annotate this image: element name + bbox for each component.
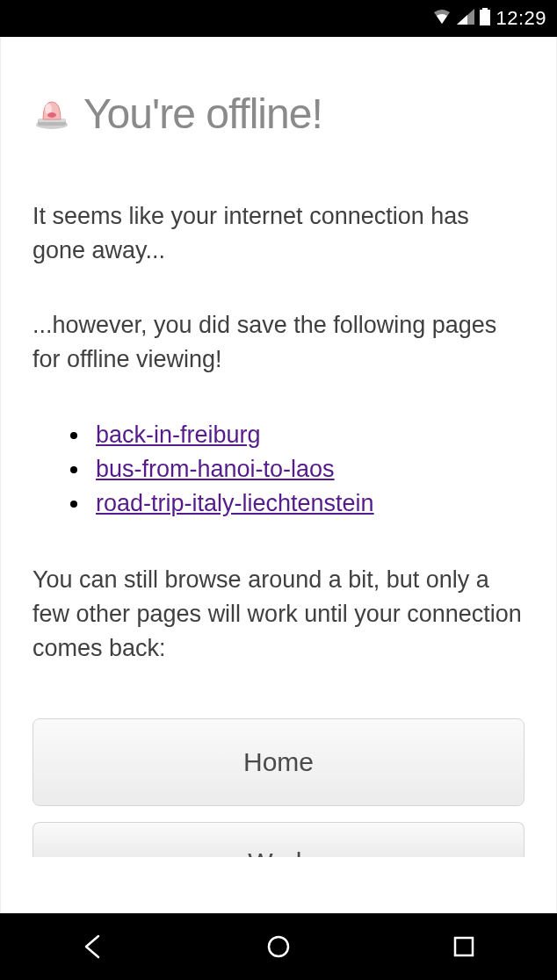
android-status-bar: 12:29 (0, 0, 557, 37)
svg-rect-8 (455, 938, 473, 955)
page-title: You're offline! (83, 90, 322, 138)
android-nav-bar (0, 913, 557, 980)
saved-pages-list: back-in-freiburg bus-from-hanoi-to-laos … (90, 418, 524, 521)
page-title-row: You're offline! (33, 90, 524, 138)
status-clock: 12:29 (496, 7, 546, 30)
intro-paragraph-3: You can still browse around a bit, but o… (33, 563, 524, 666)
work-button[interactable]: Work (33, 822, 524, 857)
wifi-icon (432, 9, 452, 28)
page-content: You're offline! It seems like your inter… (0, 37, 557, 913)
svg-point-7 (269, 937, 288, 956)
nav-back-button[interactable] (40, 925, 146, 969)
svg-rect-0 (480, 10, 490, 25)
battery-icon (480, 8, 490, 29)
home-button[interactable]: Home (33, 718, 524, 806)
list-item: bus-from-hanoi-to-laos (90, 452, 524, 486)
saved-page-link[interactable]: road-trip-italy-liechtenstein (96, 490, 374, 516)
nav-button-stack: Home Work (33, 718, 524, 857)
button-label: Home (243, 747, 314, 777)
svg-rect-1 (482, 8, 488, 10)
saved-page-link[interactable]: back-in-freiburg (96, 422, 261, 448)
nav-home-button[interactable] (226, 925, 331, 969)
device-frame: 12:29 You're offline! It seems like your… (0, 0, 557, 980)
list-item: road-trip-italy-liechtenstein (90, 486, 524, 521)
siren-icon (33, 93, 71, 135)
list-item: back-in-freiburg (90, 418, 524, 452)
nav-recents-button[interactable] (411, 925, 517, 969)
svg-point-6 (47, 112, 56, 118)
cell-signal-icon (457, 9, 474, 28)
button-label: Work (248, 847, 308, 857)
intro-paragraph-1: It seems like your internet connection h… (33, 199, 524, 268)
saved-page-link[interactable]: bus-from-hanoi-to-laos (96, 456, 335, 482)
intro-paragraph-2: ...however, you did save the following p… (33, 308, 524, 377)
